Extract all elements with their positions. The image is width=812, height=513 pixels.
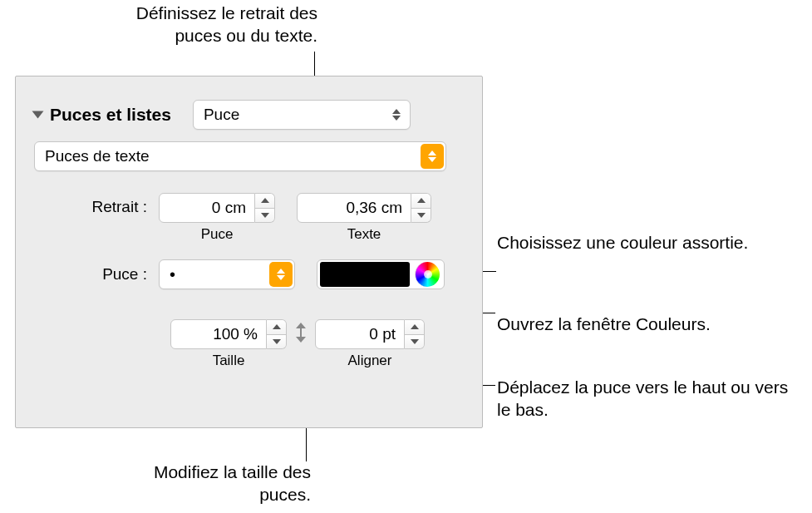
callout-text: Choisissez une couleur assortie. [497, 233, 748, 252]
color-control [317, 259, 445, 289]
align-step-up[interactable] [405, 320, 424, 334]
select-value: Puces de texte [45, 147, 150, 165]
select-value: Puce [204, 106, 239, 124]
indent-text-sublabel: Texte [297, 226, 431, 243]
indent-text-input[interactable]: 0,36 cm [297, 193, 411, 223]
color-swatch-button[interactable] [320, 262, 410, 287]
callout-text: Définissez le retrait des puces ou du te… [136, 3, 317, 45]
select-arrows-icon [421, 144, 444, 169]
select-value: • [170, 265, 175, 284]
callout-size: Modifiez la taille des puces. [120, 461, 311, 506]
size-step-up[interactable] [267, 320, 286, 334]
indent-bullet-input[interactable]: 0 cm [159, 193, 255, 223]
align-step-down[interactable] [405, 334, 424, 349]
section-title: Puces et listes [50, 105, 171, 125]
select-arrows-icon [269, 262, 293, 287]
bullet-type-select[interactable]: Puces de texte [34, 141, 446, 171]
chevron-down-icon [32, 111, 44, 119]
callout-indent: Définissez le retrait des puces ou du te… [85, 2, 317, 47]
indent-text-step-down[interactable] [411, 208, 431, 223]
list-style-select[interactable]: Puce [193, 100, 411, 130]
size-sublabel: Taille [170, 353, 287, 369]
indent-bullet-step-down[interactable] [255, 208, 274, 223]
size-step-down[interactable] [267, 334, 286, 349]
bullet-char-select[interactable]: • [159, 259, 295, 289]
bullet-label: Puce : [34, 265, 159, 284]
callout-align: Déplacez la puce vers le haut ou vers le… [497, 376, 805, 422]
vertical-align-icon [292, 319, 310, 346]
indent-text-step-up[interactable] [411, 194, 431, 208]
callout-text: Ouvrez la fenêtre Couleurs. [497, 314, 711, 333]
callout-color-swatch: Choisissez une couleur assortie. [497, 231, 796, 254]
indent-label: Retrait : [34, 193, 159, 216]
align-sublabel: Aligner [315, 353, 425, 369]
bullets-lists-panel: Puces et listes Puce Puces de texte Retr… [15, 76, 483, 428]
callout-text: Modifiez la taille des puces. [154, 462, 311, 504]
indent-bullet-step-up[interactable] [255, 194, 274, 208]
color-wheel-button[interactable] [415, 262, 440, 287]
indent-bullet-sublabel: Puce [159, 226, 275, 243]
align-input[interactable]: 0 pt [315, 319, 405, 349]
callout-text: Déplacez la puce vers le haut ou vers le… [497, 377, 788, 419]
size-input[interactable]: 100 % [170, 319, 267, 349]
callout-color-wheel: Ouvrez la fenêtre Couleurs. [497, 313, 805, 335]
select-arrows-icon [385, 102, 408, 127]
section-header[interactable]: Puces et listes [34, 105, 171, 125]
